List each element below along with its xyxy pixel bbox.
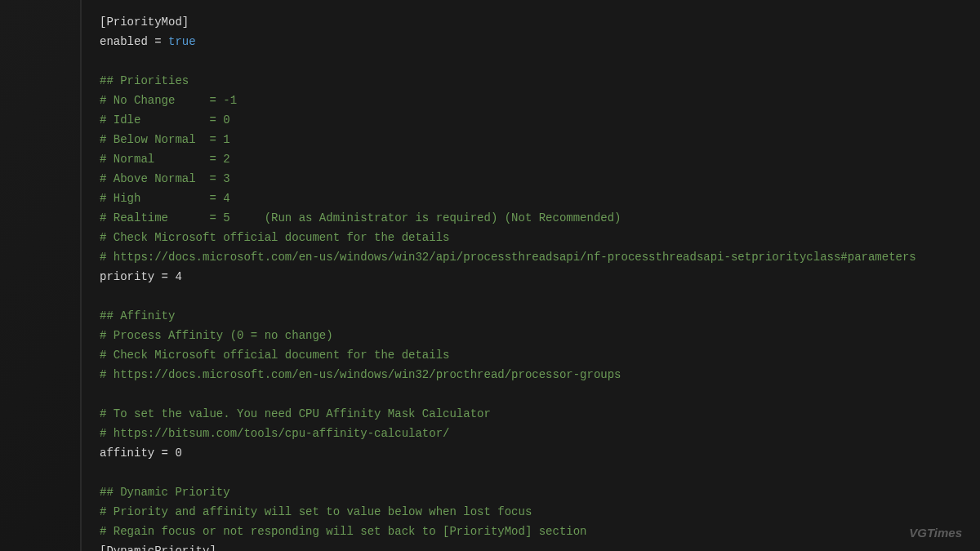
code-line: # https://docs.microsoft.com/en-us/windo…: [100, 247, 962, 267]
code-line: ## Dynamic Priority: [100, 482, 962, 502]
code-line: [100, 384, 962, 404]
code-line: [PriorityMod]: [100, 12, 962, 32]
code-line: # Process Affinity (0 = no change): [100, 326, 962, 345]
code-line: # To set the value. You need CPU Affinit…: [100, 404, 962, 424]
code-line: # https://docs.microsoft.com/en-us/windo…: [100, 365, 962, 384]
code-line: # Below Normal = 1: [100, 130, 962, 149]
code-line: # Idle = 0: [100, 110, 962, 130]
code-line: # https://bitsum.com/tools/cpu-affinity-…: [100, 424, 962, 443]
code-line: # Above Normal = 3: [100, 169, 962, 189]
code-line: # Regain focus or not responding will se…: [100, 522, 962, 541]
code-line: # Priority and affinity will set to valu…: [100, 502, 962, 522]
code-line: # Realtime = 5 (Run as Administrator is …: [100, 208, 962, 228]
code-line: # High = 4: [100, 189, 962, 208]
code-line: [100, 287, 962, 306]
code-line: ## Affinity: [100, 306, 962, 326]
code-line: [100, 463, 962, 482]
code-line: # No Change = -1: [100, 91, 962, 110]
code-line: [100, 51, 962, 71]
code-line: [DynamicPriority]: [100, 541, 962, 551]
code-line: priority = 4: [100, 267, 962, 287]
code-line: # Check Microsoft official document for …: [100, 228, 962, 247]
code-line: affinity = 0: [100, 443, 962, 463]
code-line: # Normal = 2: [100, 149, 962, 169]
code-editor[interactable]: [PriorityMod] enabled = true ## Prioriti…: [80, 0, 980, 551]
code-line: # Check Microsoft official document for …: [100, 345, 962, 365]
code-line: enabled = true: [100, 32, 962, 51]
watermark: VGTimes: [909, 523, 962, 543]
code-line: ## Priorities: [100, 71, 962, 91]
